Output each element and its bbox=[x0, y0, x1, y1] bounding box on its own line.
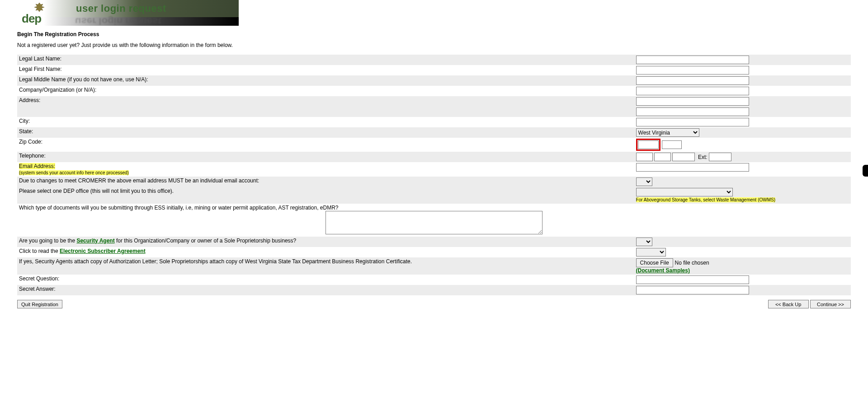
tel1-input[interactable] bbox=[636, 153, 653, 161]
continue-button[interactable]: Continue >> bbox=[810, 300, 851, 308]
ext-input[interactable] bbox=[709, 153, 731, 161]
last-name-input[interactable] bbox=[636, 56, 749, 64]
label-doc-types: Which type of documents will you be subm… bbox=[19, 205, 339, 211]
tel2-input[interactable] bbox=[654, 153, 671, 161]
label-secret-a: Secret Answer: bbox=[17, 285, 634, 295]
label-company: Company/Organization (or N/A): bbox=[17, 86, 634, 96]
label-esa-pre: Click to read the bbox=[19, 248, 60, 254]
esa-link[interactable]: Electronic Subscriber Agreement bbox=[60, 248, 146, 254]
label-last-name: Legal Last Name: bbox=[17, 55, 634, 65]
label-ext: Ext: bbox=[698, 154, 708, 160]
label-address2 bbox=[17, 107, 634, 117]
zip4-input[interactable] bbox=[662, 140, 682, 149]
label-security-agent-pre: Are you going to be the bbox=[19, 238, 76, 244]
file-chosen-text: No file chosen bbox=[675, 260, 709, 266]
label-middle-name: Legal Middle Name (if you do not have on… bbox=[17, 75, 634, 86]
email-input[interactable] bbox=[636, 163, 749, 172]
middle-name-input[interactable] bbox=[636, 76, 749, 85]
security-agent-select[interactable] bbox=[636, 238, 652, 246]
registration-form: Legal Last Name: Legal First Name: Legal… bbox=[17, 55, 851, 295]
label-email: Email Address: bbox=[19, 163, 55, 169]
cromerr-select[interactable] bbox=[636, 177, 652, 186]
document-samples-link[interactable]: (Document Samples) bbox=[636, 267, 690, 274]
state-select[interactable]: West Virginia bbox=[636, 128, 699, 137]
side-handle-icon[interactable] bbox=[863, 165, 868, 177]
dep-logo-text: dep bbox=[22, 12, 41, 26]
intro-text: Not a registered user yet? Just provide … bbox=[17, 42, 851, 48]
banner-title-reflection: user login request bbox=[75, 15, 161, 26]
leaf-icon bbox=[33, 2, 46, 13]
dep-office-select[interactable] bbox=[636, 188, 733, 196]
label-city: City: bbox=[17, 117, 634, 127]
label-attach: If yes, Security Agents attach copy of A… bbox=[17, 257, 634, 275]
label-telephone: Telephone: bbox=[17, 152, 634, 162]
dep-logo: dep bbox=[22, 2, 65, 24]
label-zip: Zip Code: bbox=[17, 138, 634, 152]
secret-answer-input[interactable] bbox=[636, 286, 749, 294]
label-cromerr: Due to changes to meet CROMERR the above… bbox=[17, 177, 634, 187]
banner: dep user login request user login reques… bbox=[17, 0, 239, 26]
dep-office-note: For Aboveground Storage Tanks, select Wa… bbox=[636, 197, 775, 202]
address2-input[interactable] bbox=[636, 107, 749, 116]
doc-types-textarea[interactable] bbox=[326, 211, 542, 234]
banner-title: user login request bbox=[76, 3, 166, 14]
back-button[interactable]: << Back Up bbox=[768, 300, 809, 308]
label-dep-office: Please select one DEP office (this will … bbox=[17, 187, 634, 204]
city-input[interactable] bbox=[636, 118, 749, 126]
label-address: Address: bbox=[17, 96, 634, 107]
address1-input[interactable] bbox=[636, 97, 749, 106]
company-input[interactable] bbox=[636, 87, 749, 95]
zip-highlight-box bbox=[636, 139, 660, 151]
label-email-cell: Email Address: (system sends your accoun… bbox=[17, 162, 634, 177]
label-security-agent-post: for this Organization/Company or owner o… bbox=[115, 238, 297, 244]
footer-row: Quit Registration << Back Up Continue >> bbox=[17, 300, 851, 308]
esa-select[interactable] bbox=[636, 248, 666, 256]
security-agent-link[interactable]: Security Agent bbox=[76, 238, 114, 244]
quit-registration-button[interactable]: Quit Registration bbox=[17, 300, 62, 308]
label-first-name: Legal First Name: bbox=[17, 65, 634, 75]
esa-row: Click to read the Electronic Subscriber … bbox=[17, 247, 634, 257]
zip5-input[interactable] bbox=[638, 140, 659, 149]
secret-question-input[interactable] bbox=[636, 275, 749, 284]
tel3-input[interactable] bbox=[672, 153, 695, 161]
label-state: State: bbox=[17, 127, 634, 138]
label-email-note: (system sends your account info here onc… bbox=[19, 170, 129, 175]
choose-file-button[interactable]: Choose File bbox=[636, 258, 673, 267]
label-secret-q: Secret Question: bbox=[17, 275, 634, 285]
doc-types-row: Which type of documents will you be subm… bbox=[17, 204, 851, 237]
first-name-input[interactable] bbox=[636, 66, 749, 75]
section-title: Begin The Registration Process bbox=[17, 31, 851, 37]
security-agent-row: Are you going to be the Security Agent f… bbox=[17, 237, 634, 247]
